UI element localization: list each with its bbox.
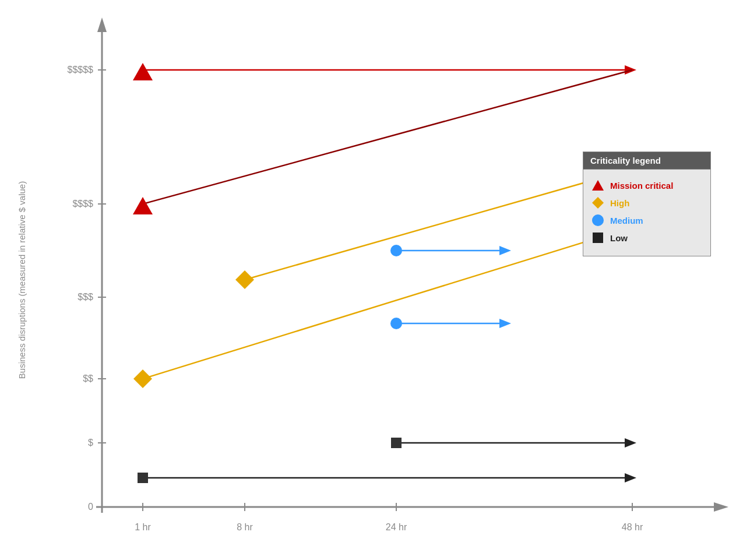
svg-text:8 hr: 8 hr bbox=[237, 522, 253, 532]
medium-bottom-arrow bbox=[499, 319, 511, 328]
svg-text:$$$: $$$ bbox=[78, 292, 93, 302]
svg-text:0: 0 bbox=[88, 502, 93, 512]
svg-text:24 hr: 24 hr bbox=[386, 522, 407, 532]
main-chart: 0 $ $$ $$$ $$$$ $$$$$ 1 hr 8 hr 24 hr 48… bbox=[0, 0, 743, 560]
svg-marker-21 bbox=[592, 197, 604, 209]
x-axis-arrow bbox=[714, 502, 728, 512]
legend-title: Criticality legend bbox=[583, 152, 710, 170]
mission-critical-bottom-marker bbox=[133, 197, 153, 214]
medium-top-marker bbox=[390, 245, 402, 256]
svg-text:48 hr: 48 hr bbox=[622, 522, 643, 532]
medium-top-arrow bbox=[499, 246, 511, 255]
svg-text:$$$$$: $$$$$ bbox=[68, 65, 94, 75]
svg-text:$$$$: $$$$ bbox=[72, 199, 93, 209]
y-axis-label: Business disruptions (measured in relati… bbox=[17, 181, 27, 379]
svg-text:$$: $$ bbox=[83, 374, 93, 383]
high-top-line bbox=[245, 169, 632, 280]
legend-body: Mission critical High Medium bbox=[583, 170, 710, 256]
high-bottom-line bbox=[143, 227, 632, 379]
svg-text:1 hr: 1 hr bbox=[135, 522, 151, 532]
mission-critical-top-marker bbox=[133, 63, 153, 80]
legend-item-low: Low bbox=[591, 231, 702, 244]
legend-label-medium: Medium bbox=[610, 216, 643, 226]
svg-marker-20 bbox=[592, 180, 604, 191]
y-axis-arrow bbox=[97, 17, 107, 32]
high-bottom-marker bbox=[133, 369, 152, 388]
medium-bottom-marker bbox=[390, 318, 402, 329]
low-bottom-marker bbox=[138, 473, 148, 483]
legend-box: Criticality legend Mission critical High bbox=[583, 152, 711, 256]
medium-icon bbox=[591, 214, 604, 227]
low-top-arrow bbox=[625, 438, 636, 448]
legend-label-mission-critical: Mission critical bbox=[610, 181, 673, 191]
high-top-marker bbox=[235, 270, 254, 289]
legend-item-mission-critical: Mission critical bbox=[591, 179, 702, 192]
low-bottom-arrow bbox=[625, 473, 636, 482]
legend-label-high: High bbox=[610, 198, 629, 208]
low-top-marker bbox=[391, 438, 402, 448]
svg-text:$: $ bbox=[88, 438, 93, 448]
low-icon bbox=[591, 231, 604, 244]
legend-label-low: Low bbox=[610, 233, 628, 243]
legend-item-medium: Medium bbox=[591, 214, 702, 227]
svg-rect-23 bbox=[593, 233, 603, 243]
svg-point-22 bbox=[592, 214, 604, 226]
mission-critical-bottom-line bbox=[143, 70, 632, 204]
mission-critical-icon bbox=[591, 179, 604, 192]
legend-item-high: High bbox=[591, 196, 702, 209]
chart-container: 0 $ $$ $$$ $$$$ $$$$$ 1 hr 8 hr 24 hr 48… bbox=[0, 0, 743, 560]
high-icon bbox=[591, 196, 604, 209]
